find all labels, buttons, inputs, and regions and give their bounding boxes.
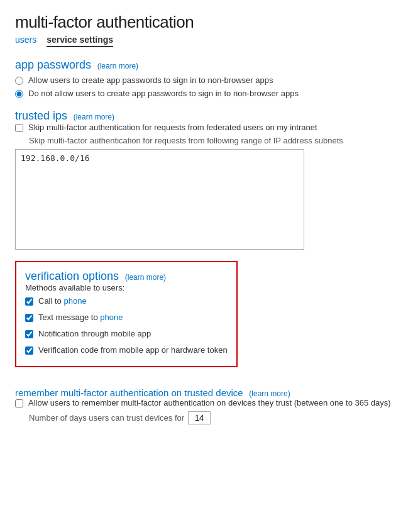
trusted-ips-federated-label: Skip multi-factor authentication for req… (28, 123, 317, 132)
methods-label: Methods available to users: (25, 283, 228, 292)
app-passwords-title: app passwords (learn more) (15, 58, 398, 72)
remember-mfa-section: remember multi-factor authentication on … (15, 387, 398, 424)
trust-days-row: Number of days users can trust devices f… (29, 411, 398, 424)
tab-service-settings[interactable]: service settings (47, 35, 113, 47)
trusted-ips-section: trusted ips (learn more) Skip multi-fact… (15, 109, 398, 250)
trusted-ips-federated-option[interactable]: Skip multi-factor authentication for req… (15, 123, 398, 132)
method-text-message-checkbox[interactable] (25, 314, 33, 322)
app-passwords-disallow-label: Do not allow users to create app passwor… (28, 89, 299, 98)
page-title: multi-factor authentication (15, 13, 398, 32)
remember-mfa-allow-label: Allow users to remember multi-factor aut… (28, 398, 391, 407)
remember-mfa-learn-more[interactable]: (learn more) (249, 389, 290, 398)
method-call-phone-highlight: phone (63, 296, 86, 306)
method-verification-code-checkbox[interactable] (25, 346, 33, 355)
method-notification-mobile[interactable]: Notification through mobile app (25, 329, 228, 338)
trusted-ips-title: trusted ips (learn more) (15, 109, 398, 123)
method-text-phone-highlight: phone (100, 313, 123, 322)
trusted-ips-heading: trusted ips (15, 109, 67, 122)
remember-mfa-checkbox[interactable] (15, 399, 23, 407)
verification-methods-list: Call to phone Text message to phone Noti… (25, 296, 228, 358)
app-passwords-allow-label: Allow users to create app passwords to s… (28, 75, 273, 85)
method-text-message-label: Text message to phone (38, 313, 123, 322)
trust-days-label: Number of days users can trust devices f… (29, 413, 184, 423)
verification-options-heading: verification options (25, 270, 119, 282)
trusted-ips-federated-checkbox[interactable] (15, 124, 23, 132)
method-call-to-phone-checkbox[interactable] (25, 297, 33, 306)
method-text-message[interactable]: Text message to phone (25, 313, 228, 322)
method-verification-code[interactable]: Verification code from mobile app or har… (25, 345, 228, 355)
verification-options-section: verification options (learn more) Method… (15, 261, 398, 376)
trusted-ips-sub-text: Skip multi-factor authentication for req… (29, 136, 398, 145)
tab-users[interactable]: users (15, 35, 36, 47)
app-passwords-section: app passwords (learn more) Allow users t… (15, 58, 398, 98)
verification-options-box: verification options (learn more) Method… (15, 261, 238, 367)
method-notification-mobile-checkbox[interactable] (25, 330, 33, 338)
app-passwords-heading: app passwords (15, 58, 91, 71)
app-passwords-allow-option[interactable]: Allow users to create app passwords to s… (15, 75, 398, 85)
trusted-ips-textarea[interactable]: 192.168.0.0/16 (15, 149, 304, 250)
verification-options-title: verification options (learn more) (25, 270, 228, 283)
method-call-to-phone-label: Call to phone (38, 296, 87, 306)
method-call-to-phone[interactable]: Call to phone (25, 296, 228, 306)
app-passwords-options: Allow users to create app passwords to s… (15, 75, 398, 98)
app-passwords-disallow-radio[interactable] (15, 90, 23, 98)
remember-mfa-allow-option[interactable]: Allow users to remember multi-factor aut… (15, 398, 398, 407)
method-verification-code-label: Verification code from mobile app or har… (38, 345, 228, 355)
tabs: users service settings (15, 35, 398, 47)
remember-mfa-heading: remember multi-factor authentication on … (15, 387, 243, 398)
app-passwords-disallow-option[interactable]: Do not allow users to create app passwor… (15, 89, 398, 98)
app-passwords-allow-radio[interactable] (15, 77, 23, 85)
method-notification-mobile-label: Notification through mobile app (38, 329, 151, 338)
verification-options-learn-more[interactable]: (learn more) (125, 273, 166, 282)
app-passwords-learn-more[interactable]: (learn more) (97, 62, 138, 70)
trust-days-input[interactable]: 14 (188, 411, 211, 424)
remember-mfa-title-row: remember multi-factor authentication on … (15, 387, 398, 398)
trusted-ips-learn-more[interactable]: (learn more) (74, 113, 114, 121)
